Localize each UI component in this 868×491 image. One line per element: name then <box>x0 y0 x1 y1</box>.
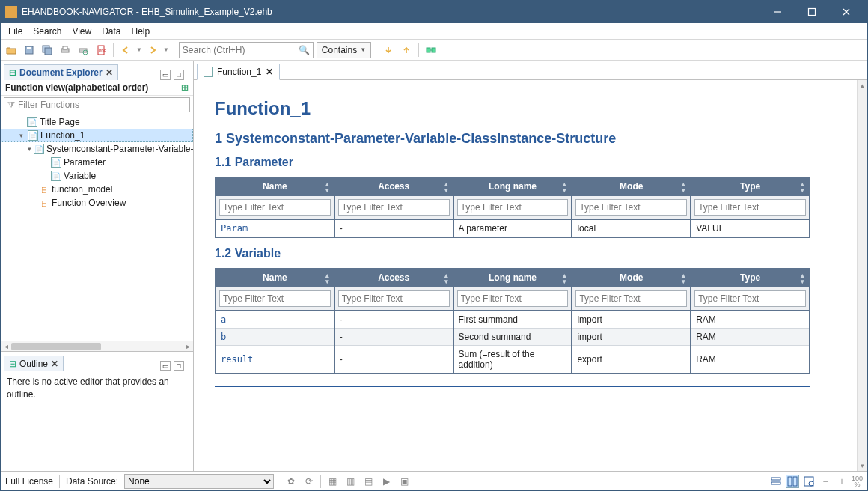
tree-item[interactable]: 📄Variable <box>1 169 193 183</box>
column-filter-input[interactable] <box>338 199 450 216</box>
maximize-button[interactable] <box>795 1 828 22</box>
tree-item[interactable]: 📄Parameter <box>1 156 193 169</box>
forward-dropdown-icon[interactable]: ▼ <box>163 46 169 53</box>
editor-tab-function-1[interactable]: Function_1 ✕ <box>197 64 280 80</box>
column-filter-input[interactable] <box>219 199 331 216</box>
expand-toggle-icon[interactable]: ▾ <box>28 145 31 153</box>
editor-vscrollbar[interactable]: ▴ ▾ <box>857 80 867 471</box>
column-filter-input[interactable] <box>575 290 687 307</box>
layout-1-icon[interactable]: ▦ <box>326 475 339 488</box>
tree-hscrollbar[interactable]: ◂ ▸ <box>1 341 193 351</box>
zoom-in-icon[interactable]: + <box>835 475 849 488</box>
stop-icon[interactable]: ▣ <box>397 475 411 488</box>
sort-icon[interactable]: ▴▾ <box>563 181 566 193</box>
column-filter-input[interactable] <box>694 290 806 307</box>
zoom-out-icon[interactable]: − <box>819 475 832 488</box>
close-icon[interactable]: ✕ <box>106 67 113 78</box>
sort-icon[interactable]: ▴▾ <box>444 181 448 193</box>
tree-item[interactable]: ▾📄Systemconstant-Parameter-Variable-C <box>1 142 193 156</box>
refresh-icon[interactable]: ⟳ <box>302 475 316 488</box>
export-pdf-icon[interactable]: PDF <box>94 43 109 58</box>
column-header[interactable]: Mode▴▾ <box>572 269 691 287</box>
column-filter-input[interactable] <box>457 199 569 216</box>
close-button[interactable] <box>830 1 863 22</box>
menu-view[interactable]: View <box>67 25 96 38</box>
menu-file[interactable]: File <box>4 25 27 38</box>
column-header[interactable]: Name▴▾ <box>216 177 334 195</box>
column-header[interactable]: Name▴▾ <box>216 269 334 287</box>
column-filter-input[interactable] <box>219 290 331 307</box>
search-mode-dropdown[interactable]: Contains▼ <box>317 42 371 58</box>
sort-icon[interactable]: ▴▾ <box>801 272 804 284</box>
doc-explorer-tab[interactable]: ⊟ Document Explorer ✕ <box>4 64 118 80</box>
tree-item[interactable]: 📄Title Page <box>1 115 193 129</box>
back-button[interactable] <box>118 43 133 58</box>
tree-item[interactable]: ⌸function_model <box>1 183 193 196</box>
sort-icon[interactable]: ▴▾ <box>563 272 566 284</box>
cell-name[interactable]: result <box>221 354 253 365</box>
table-row[interactable]: Param-A parameterlocalVALUE <box>216 219 810 237</box>
layout-2-icon[interactable]: ▥ <box>343 475 357 488</box>
column-filter-input[interactable] <box>338 290 450 307</box>
column-header[interactable]: Access▴▾ <box>334 177 453 195</box>
sort-icon[interactable]: ▴▾ <box>682 272 685 284</box>
search-down-button[interactable] <box>381 43 396 58</box>
column-filter-input[interactable] <box>575 199 687 216</box>
view-maximize-icon[interactable]: □ <box>174 70 184 80</box>
filter-functions-input[interactable]: ⧩ Filter Functions <box>4 97 190 112</box>
tree-item[interactable]: ⌸Function Overview <box>1 196 193 210</box>
sort-icon[interactable]: ▴▾ <box>326 181 329 193</box>
search-box[interactable]: 🔍 <box>179 42 314 58</box>
column-header[interactable]: Type▴▾ <box>691 269 810 287</box>
view-minimize-icon[interactable]: ▭ <box>160 70 171 80</box>
gear-icon[interactable]: ✿ <box>284 475 298 488</box>
expand-toggle-icon[interactable]: ▾ <box>16 132 25 139</box>
cell-name[interactable]: Param <box>221 223 248 234</box>
scroll-thumb[interactable] <box>11 343 101 350</box>
play-icon[interactable]: ▶ <box>379 475 393 488</box>
sort-icon[interactable]: ▴▾ <box>444 272 448 284</box>
menu-search[interactable]: Search <box>28 25 66 38</box>
print-preview-icon[interactable] <box>76 43 91 58</box>
document-tree[interactable]: 📄Title Page▾📄Function_1▾📄Systemconstant-… <box>1 114 193 341</box>
open-folder-icon[interactable] <box>4 43 19 58</box>
minimize-button[interactable] <box>761 1 794 22</box>
column-header[interactable]: Mode▴▾ <box>572 177 691 195</box>
view-mode-2-icon[interactable] <box>786 475 799 488</box>
cell-name[interactable]: a <box>221 314 226 325</box>
cell-name[interactable]: b <box>221 332 226 342</box>
back-dropdown-icon[interactable]: ▼ <box>136 46 142 53</box>
highlight-toggle-icon[interactable] <box>424 43 438 58</box>
layout-3-icon[interactable]: ▤ <box>361 475 375 488</box>
table-row[interactable]: a-First summandimportRAM <box>216 311 810 329</box>
column-header[interactable]: Access▴▾ <box>334 269 453 287</box>
save-icon[interactable] <box>22 43 37 58</box>
table-row[interactable]: result-Sum (=result of the addition)expo… <box>216 346 810 374</box>
scroll-left-icon[interactable]: ◂ <box>1 341 11 352</box>
column-header[interactable]: Long name▴▾ <box>453 177 572 195</box>
sort-icon[interactable]: ▴▾ <box>326 272 329 284</box>
view-minimize-icon[interactable]: ▭ <box>160 361 171 371</box>
table-row[interactable]: b-Second summandimportRAM <box>216 329 810 346</box>
view-maximize-icon[interactable]: □ <box>174 361 184 371</box>
column-header[interactable]: Long name▴▾ <box>453 269 572 287</box>
menu-data[interactable]: Data <box>97 25 125 38</box>
search-up-button[interactable] <box>399 43 414 58</box>
scroll-right-icon[interactable]: ▸ <box>183 341 193 352</box>
view-mode-1-icon[interactable] <box>769 475 783 488</box>
scroll-down-icon[interactable]: ▾ <box>858 460 867 471</box>
save-all-icon[interactable] <box>40 43 55 58</box>
print-icon[interactable] <box>58 43 73 58</box>
close-icon[interactable]: ✕ <box>266 67 273 77</box>
search-icon[interactable]: 🔍 <box>299 45 310 55</box>
search-input[interactable] <box>183 45 296 55</box>
column-filter-input[interactable] <box>457 290 569 307</box>
scroll-up-icon[interactable]: ▴ <box>858 80 867 91</box>
column-header[interactable]: Type▴▾ <box>691 177 810 195</box>
column-filter-input[interactable] <box>694 199 806 216</box>
forward-button[interactable] <box>145 43 160 58</box>
view-menu-icon[interactable]: ⊞ <box>181 82 189 93</box>
view-mode-3-icon[interactable] <box>802 475 816 488</box>
tree-item[interactable]: ▾📄Function_1 <box>1 129 193 142</box>
sort-icon[interactable]: ▴▾ <box>682 181 685 193</box>
